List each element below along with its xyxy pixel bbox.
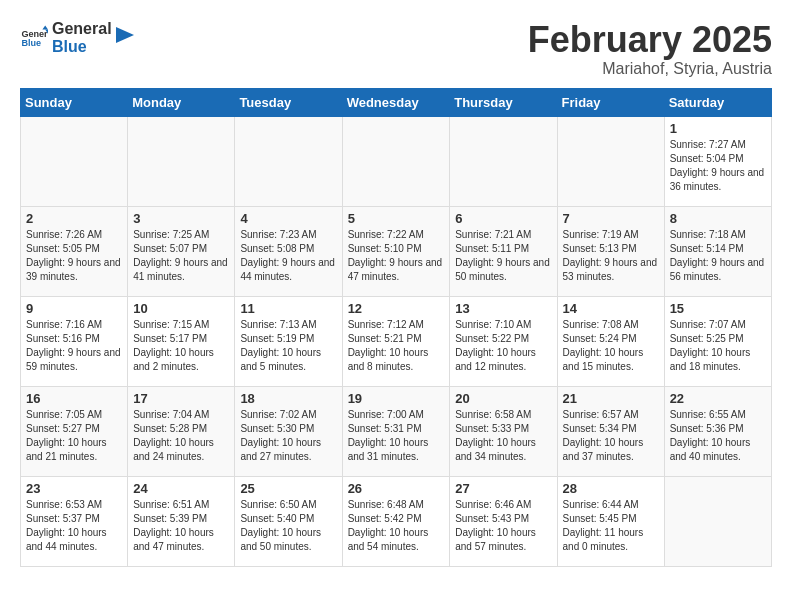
day-detail: Sunrise: 7:02 AM Sunset: 5:30 PM Dayligh…	[240, 408, 336, 464]
calendar-cell: 26Sunrise: 6:48 AM Sunset: 5:42 PM Dayli…	[342, 476, 450, 566]
header-sunday: Sunday	[21, 88, 128, 116]
day-detail: Sunrise: 6:51 AM Sunset: 5:39 PM Dayligh…	[133, 498, 229, 554]
day-detail: Sunrise: 7:19 AM Sunset: 5:13 PM Dayligh…	[563, 228, 659, 284]
day-number: 26	[348, 481, 445, 496]
calendar-cell: 7Sunrise: 7:19 AM Sunset: 5:13 PM Daylig…	[557, 206, 664, 296]
day-detail: Sunrise: 7:22 AM Sunset: 5:10 PM Dayligh…	[348, 228, 445, 284]
calendar-cell: 8Sunrise: 7:18 AM Sunset: 5:14 PM Daylig…	[664, 206, 771, 296]
calendar-cell	[664, 476, 771, 566]
calendar-cell: 10Sunrise: 7:15 AM Sunset: 5:17 PM Dayli…	[128, 296, 235, 386]
calendar-cell	[235, 116, 342, 206]
day-number: 6	[455, 211, 551, 226]
svg-marker-4	[116, 27, 134, 43]
calendar-cell: 17Sunrise: 7:04 AM Sunset: 5:28 PM Dayli…	[128, 386, 235, 476]
day-number: 14	[563, 301, 659, 316]
calendar-cell: 18Sunrise: 7:02 AM Sunset: 5:30 PM Dayli…	[235, 386, 342, 476]
day-number: 5	[348, 211, 445, 226]
header-wednesday: Wednesday	[342, 88, 450, 116]
day-detail: Sunrise: 7:04 AM Sunset: 5:28 PM Dayligh…	[133, 408, 229, 464]
calendar-cell: 21Sunrise: 6:57 AM Sunset: 5:34 PM Dayli…	[557, 386, 664, 476]
day-number: 7	[563, 211, 659, 226]
calendar-cell: 6Sunrise: 7:21 AM Sunset: 5:11 PM Daylig…	[450, 206, 557, 296]
day-number: 4	[240, 211, 336, 226]
header-friday: Friday	[557, 88, 664, 116]
calendar-week-1: 2Sunrise: 7:26 AM Sunset: 5:05 PM Daylig…	[21, 206, 772, 296]
logo-line2: Blue	[52, 38, 112, 56]
calendar-table: SundayMondayTuesdayWednesdayThursdayFrid…	[20, 88, 772, 567]
calendar-cell: 5Sunrise: 7:22 AM Sunset: 5:10 PM Daylig…	[342, 206, 450, 296]
calendar-cell: 16Sunrise: 7:05 AM Sunset: 5:27 PM Dayli…	[21, 386, 128, 476]
day-number: 16	[26, 391, 122, 406]
day-detail: Sunrise: 7:07 AM Sunset: 5:25 PM Dayligh…	[670, 318, 766, 374]
day-number: 2	[26, 211, 122, 226]
day-number: 17	[133, 391, 229, 406]
day-detail: Sunrise: 7:23 AM Sunset: 5:08 PM Dayligh…	[240, 228, 336, 284]
calendar-cell: 13Sunrise: 7:10 AM Sunset: 5:22 PM Dayli…	[450, 296, 557, 386]
calendar-week-3: 16Sunrise: 7:05 AM Sunset: 5:27 PM Dayli…	[21, 386, 772, 476]
calendar-cell: 24Sunrise: 6:51 AM Sunset: 5:39 PM Dayli…	[128, 476, 235, 566]
day-detail: Sunrise: 7:18 AM Sunset: 5:14 PM Dayligh…	[670, 228, 766, 284]
day-detail: Sunrise: 7:21 AM Sunset: 5:11 PM Dayligh…	[455, 228, 551, 284]
day-number: 19	[348, 391, 445, 406]
header-tuesday: Tuesday	[235, 88, 342, 116]
day-number: 22	[670, 391, 766, 406]
day-number: 20	[455, 391, 551, 406]
day-detail: Sunrise: 6:50 AM Sunset: 5:40 PM Dayligh…	[240, 498, 336, 554]
day-detail: Sunrise: 7:05 AM Sunset: 5:27 PM Dayligh…	[26, 408, 122, 464]
day-number: 8	[670, 211, 766, 226]
logo: General Blue General Blue	[20, 20, 136, 57]
day-detail: Sunrise: 7:12 AM Sunset: 5:21 PM Dayligh…	[348, 318, 445, 374]
calendar-cell: 22Sunrise: 6:55 AM Sunset: 5:36 PM Dayli…	[664, 386, 771, 476]
day-number: 18	[240, 391, 336, 406]
svg-marker-2	[42, 26, 48, 30]
header-monday: Monday	[128, 88, 235, 116]
day-number: 21	[563, 391, 659, 406]
day-number: 24	[133, 481, 229, 496]
day-detail: Sunrise: 7:00 AM Sunset: 5:31 PM Dayligh…	[348, 408, 445, 464]
location-title: Mariahof, Styria, Austria	[528, 60, 772, 78]
day-detail: Sunrise: 7:26 AM Sunset: 5:05 PM Dayligh…	[26, 228, 122, 284]
day-number: 1	[670, 121, 766, 136]
calendar-cell	[557, 116, 664, 206]
day-number: 25	[240, 481, 336, 496]
day-number: 15	[670, 301, 766, 316]
calendar-cell: 27Sunrise: 6:46 AM Sunset: 5:43 PM Dayli…	[450, 476, 557, 566]
day-detail: Sunrise: 7:25 AM Sunset: 5:07 PM Dayligh…	[133, 228, 229, 284]
month-title: February 2025	[528, 20, 772, 60]
day-detail: Sunrise: 6:48 AM Sunset: 5:42 PM Dayligh…	[348, 498, 445, 554]
calendar-week-2: 9Sunrise: 7:16 AM Sunset: 5:16 PM Daylig…	[21, 296, 772, 386]
day-detail: Sunrise: 6:44 AM Sunset: 5:45 PM Dayligh…	[563, 498, 659, 554]
day-number: 11	[240, 301, 336, 316]
calendar-cell: 14Sunrise: 7:08 AM Sunset: 5:24 PM Dayli…	[557, 296, 664, 386]
day-detail: Sunrise: 7:27 AM Sunset: 5:04 PM Dayligh…	[670, 138, 766, 194]
calendar-cell	[21, 116, 128, 206]
calendar-cell: 12Sunrise: 7:12 AM Sunset: 5:21 PM Dayli…	[342, 296, 450, 386]
calendar-cell: 20Sunrise: 6:58 AM Sunset: 5:33 PM Dayli…	[450, 386, 557, 476]
day-detail: Sunrise: 7:15 AM Sunset: 5:17 PM Dayligh…	[133, 318, 229, 374]
calendar-cell: 15Sunrise: 7:07 AM Sunset: 5:25 PM Dayli…	[664, 296, 771, 386]
calendar-cell: 11Sunrise: 7:13 AM Sunset: 5:19 PM Dayli…	[235, 296, 342, 386]
title-area: February 2025 Mariahof, Styria, Austria	[528, 20, 772, 78]
calendar-cell: 25Sunrise: 6:50 AM Sunset: 5:40 PM Dayli…	[235, 476, 342, 566]
calendar-cell: 23Sunrise: 6:53 AM Sunset: 5:37 PM Dayli…	[21, 476, 128, 566]
calendar-cell: 4Sunrise: 7:23 AM Sunset: 5:08 PM Daylig…	[235, 206, 342, 296]
day-detail: Sunrise: 6:53 AM Sunset: 5:37 PM Dayligh…	[26, 498, 122, 554]
calendar-cell: 2Sunrise: 7:26 AM Sunset: 5:05 PM Daylig…	[21, 206, 128, 296]
calendar-cell: 19Sunrise: 7:00 AM Sunset: 5:31 PM Dayli…	[342, 386, 450, 476]
calendar-cell: 28Sunrise: 6:44 AM Sunset: 5:45 PM Dayli…	[557, 476, 664, 566]
day-number: 9	[26, 301, 122, 316]
day-detail: Sunrise: 6:55 AM Sunset: 5:36 PM Dayligh…	[670, 408, 766, 464]
calendar-cell	[128, 116, 235, 206]
day-number: 28	[563, 481, 659, 496]
header: General Blue General Blue February 2025 …	[20, 20, 772, 78]
day-number: 27	[455, 481, 551, 496]
calendar-cell	[450, 116, 557, 206]
day-detail: Sunrise: 7:13 AM Sunset: 5:19 PM Dayligh…	[240, 318, 336, 374]
day-number: 23	[26, 481, 122, 496]
day-detail: Sunrise: 7:08 AM Sunset: 5:24 PM Dayligh…	[563, 318, 659, 374]
day-detail: Sunrise: 6:46 AM Sunset: 5:43 PM Dayligh…	[455, 498, 551, 554]
header-thursday: Thursday	[450, 88, 557, 116]
calendar-cell: 9Sunrise: 7:16 AM Sunset: 5:16 PM Daylig…	[21, 296, 128, 386]
day-detail: Sunrise: 6:58 AM Sunset: 5:33 PM Dayligh…	[455, 408, 551, 464]
day-number: 13	[455, 301, 551, 316]
